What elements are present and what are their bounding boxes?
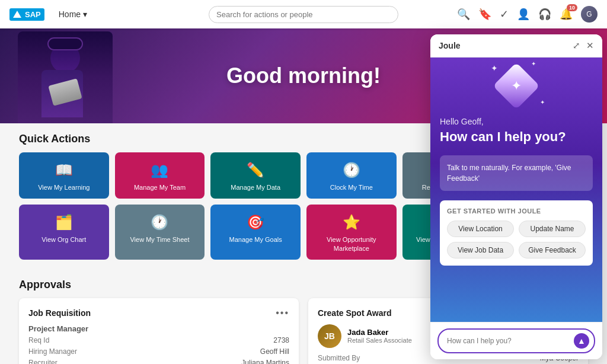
hero-greeting: Good morning! [226, 63, 381, 88]
joule-body: ✦ ✦ ✦ ✦ Hello Geoff, How can I help you?… [430, 58, 602, 322]
search-icon[interactable]: 🔍 [457, 8, 470, 21]
recruiter-value: Juliana Martins [241, 359, 289, 364]
spot-award-title: Create Spot Award [318, 308, 391, 318]
card-header: Job Requisition ••• [28, 308, 289, 318]
action-card-manage-my-goals[interactable]: 🎯 Manage My Goals [210, 205, 301, 260]
check-icon[interactable]: ✓ [500, 8, 509, 21]
joule-header: Joule ⤢ ✕ [430, 34, 602, 58]
joule-get-started: Get started with Joule View LocationUpda… [440, 200, 593, 266]
diamond-icon: ✦ [493, 62, 539, 109]
joule-input[interactable] [447, 337, 569, 345]
action-card-view-my-learning[interactable]: 📖 View My Learning [19, 152, 109, 199]
joule-get-started-title: Get started with Joule [447, 207, 586, 215]
joule-chips: View LocationUpdate NameView Job DataGiv… [447, 221, 586, 258]
joule-footer: ▲ [430, 322, 602, 359]
hiring-mgr-label: Hiring Manager [28, 347, 77, 356]
hiring-mgr-value: Geoff Hill [260, 347, 289, 356]
main-nav: Home ▾ [54, 7, 92, 21]
search-bar [209, 6, 398, 23]
clock-my-time-label: Clock My Time [330, 183, 373, 191]
sparkle-icon-tr: ✦ [531, 60, 536, 67]
notification-badge: 10 [567, 4, 577, 11]
action-card-manage-my-data[interactable]: ✏️ Manage My Data [210, 152, 301, 199]
nav-home[interactable]: Home ▾ [54, 7, 92, 21]
view-org-chart-icon: 🗂️ [55, 214, 73, 231]
joule-chip-3[interactable]: Give Feedback [519, 242, 586, 258]
view-my-time-sheet-label: View My Time Sheet [130, 235, 189, 244]
sparkle-icon-tl: ✦ [491, 63, 498, 73]
joule-expand-icon[interactable]: ⤢ [573, 40, 580, 51]
joule-greeting-sub: Hello Geoff, [440, 117, 593, 126]
action-card-view-opportunity-marketplace[interactable]: ⭐ View Opportunity Marketplace [306, 205, 397, 260]
person-role: Retail Sales Associate [347, 337, 412, 344]
job-req-menu[interactable]: ••• [276, 308, 289, 318]
action-card-manage-my-team[interactable]: 👥 Manage My Team [115, 152, 205, 199]
joule-close-icon[interactable]: ✕ [586, 40, 594, 51]
action-card-view-my-time-sheet[interactable]: 🕐 View My Time Sheet [115, 205, 205, 260]
submitted-by-label: Submitted By [318, 354, 360, 362]
person-name: Jada Baker [347, 328, 412, 337]
diamond-star: ✦ [511, 78, 522, 94]
action-card-clock-my-time[interactable]: 🕐 Clock My Time [306, 152, 397, 199]
user-avatar[interactable]: G [581, 6, 598, 23]
recruiter-row: Recruiter Juliana Martins [28, 359, 289, 364]
req-id-row: Req Id 2738 [28, 336, 289, 344]
manage-my-data-label: Manage My Data [231, 183, 280, 191]
job-req-position: Project Manager [28, 324, 289, 333]
manage-my-data-icon: ✏️ [247, 162, 264, 178]
req-id-value: 2738 [273, 336, 289, 344]
view-opportunity-marketplace-icon: ⭐ [343, 214, 360, 231]
sap-logo[interactable]: SAP [9, 8, 44, 21]
header-icons: 🔍 🔖 ✓ 👤 🎧 🔔 10 G [457, 6, 598, 23]
joule-greeting-main: How can I help you? [440, 129, 593, 146]
help-icon[interactable]: 🎧 [538, 8, 551, 21]
manage-my-goals-icon: 🎯 [247, 214, 264, 231]
manage-my-goals-label: Manage My Goals [229, 235, 282, 244]
req-id-label: Req Id [28, 336, 49, 344]
joule-send-button[interactable]: ▲ [574, 333, 589, 349]
jada-avatar: JB [318, 324, 341, 348]
notification-icon[interactable]: 🔔 10 [560, 8, 573, 21]
hero-person-image [18, 31, 113, 123]
joule-greeting: Hello Geoff, How can I help you? [440, 117, 593, 146]
person-icon[interactable]: 👤 [517, 8, 530, 21]
joule-header-icons: ⤢ ✕ [573, 40, 594, 51]
joule-input-wrapper: ▲ [437, 328, 595, 353]
position-value: Project Manager [28, 324, 88, 333]
view-my-learning-label: View My Learning [38, 183, 90, 191]
view-opportunity-marketplace-label: View Opportunity Marketplace [311, 235, 392, 253]
action-card-view-org-chart[interactable]: 🗂️ View Org Chart [19, 205, 109, 260]
person-silhouette [18, 31, 113, 123]
job-req-title: Job Requisition [28, 308, 91, 318]
hiring-manager-row: Hiring Manager Geoff Hill [28, 347, 289, 356]
joule-chip-0[interactable]: View Location [447, 221, 514, 237]
manage-my-team-label: Manage My Team [134, 183, 186, 191]
bookmark-icon[interactable]: 🔖 [478, 8, 491, 21]
joule-diamond: ✦ ✦ ✦ ✦ [440, 69, 593, 103]
view-my-time-sheet-icon: 🕐 [151, 214, 168, 231]
joule-chip-1[interactable]: Update Name [519, 221, 586, 237]
job-requisition-card: Job Requisition ••• Project Manager Req … [19, 298, 299, 364]
recruiter-label: Recruiter [28, 359, 57, 364]
clock-my-time-icon: 🕐 [343, 162, 360, 178]
joule-chip-2[interactable]: View Job Data [447, 242, 514, 258]
joule-title: Joule [439, 41, 461, 50]
joule-panel: Joule ⤢ ✕ ✦ ✦ ✦ ✦ Hello Geoff, How can I… [430, 34, 602, 359]
manage-my-team-icon: 👥 [151, 162, 168, 178]
search-input[interactable] [209, 6, 398, 23]
app-header: SAP Home ▾ 🔍 🔖 ✓ 👤 🎧 🔔 10 G [0, 0, 607, 28]
joule-example-box: Talk to me naturally. For example, 'Give… [440, 155, 593, 191]
view-my-learning-icon: 📖 [55, 162, 73, 178]
person-info: Jada Baker Retail Sales Associate [347, 328, 412, 344]
view-org-chart-label: View Org Chart [41, 235, 86, 244]
sparkle-icon-br: ✦ [540, 99, 545, 106]
